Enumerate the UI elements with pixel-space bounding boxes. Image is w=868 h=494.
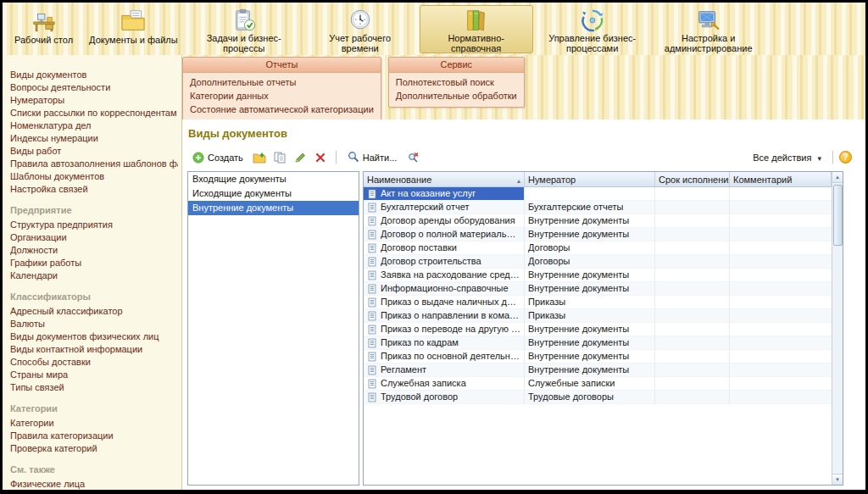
submenu-link[interactable]: Состояние автоматической категоризации <box>183 103 381 116</box>
column-header[interactable]: Срок исполнения <box>655 172 730 186</box>
sidebar-link[interactable]: Настройка связей <box>10 183 178 196</box>
sidebar-link[interactable]: Физические лица <box>10 478 178 490</box>
sidebar-link[interactable]: Индексы нумерации <box>10 132 178 145</box>
document-type-name: Договор поставки <box>381 241 457 254</box>
column-header[interactable]: Комментарий <box>730 172 832 186</box>
sidebar-link[interactable]: Правила категоризации <box>10 430 178 442</box>
table-row[interactable]: Приказ о выдаче наличных денежны...Прика… <box>364 296 832 309</box>
group-item[interactable]: Исходящие документы <box>188 186 359 201</box>
sidebar-link[interactable]: Номенклатура дел <box>10 119 178 132</box>
sidebar-link[interactable]: Категории <box>10 417 178 430</box>
numerator-cell: Внутренние документы <box>525 364 655 377</box>
sidebar-link[interactable]: Организации <box>10 231 178 244</box>
due-date-cell <box>655 350 730 364</box>
name-cell: Приказ о выдаче наличных денежны... <box>364 296 525 309</box>
submenu-panel-service: СервисПолнотекстовый поискДополнительные… <box>388 57 525 108</box>
sidebar-link[interactable]: Типы связей <box>10 381 178 394</box>
clear-search-button[interactable] <box>404 149 422 165</box>
column-header[interactable]: Нумератор <box>525 172 655 186</box>
sidebar-link[interactable]: Страны мира <box>10 369 178 381</box>
document-icon <box>367 284 377 294</box>
toolbar-item-administration[interactable]: Настройка и администрирование <box>652 5 765 53</box>
delete-button[interactable] <box>312 149 330 165</box>
sidebar-link[interactable]: Правила автозаполнения шаблонов фай... <box>10 158 178 170</box>
sidebar-link[interactable]: Нумераторы <box>10 94 178 107</box>
sidebar-link[interactable]: Адресный классификатор <box>10 305 178 318</box>
name-cell: Приказ по основной деятельности <box>364 350 525 364</box>
toolbar-item-reference-info[interactable]: Нормативно-справочная информация <box>420 5 533 53</box>
sidebar-link[interactable]: Виды контактной информации <box>10 343 178 356</box>
name-cell: Трудовой договор <box>364 391 525 404</box>
table-row[interactable]: Приказ о направлении в командиро...Прика… <box>364 309 832 323</box>
table-row[interactable]: Трудовой договорТрудовые договоры <box>364 391 832 404</box>
app-window: Рабочий столДокументы и файлыЗадачи и би… <box>3 3 865 490</box>
table-row[interactable]: Приказ по кадрамВнутренние документы <box>364 336 832 350</box>
sidebar-link[interactable]: Виды документов физических лиц <box>10 330 178 343</box>
toolbar-item-time-tracking[interactable]: Учет рабочего времени <box>303 5 417 53</box>
table-row[interactable]: Приказ по основной деятельностиВнутренни… <box>364 350 832 364</box>
document-type-name: Договор аренды оборудования <box>381 214 515 227</box>
sidebar-section-title: Классификаторы <box>10 291 178 302</box>
edit-button[interactable] <box>292 149 309 165</box>
table-row[interactable]: Информационно-справочныеВнутренние докум… <box>364 282 832 296</box>
table-row[interactable]: Приказ о переводе на другую должн...Внут… <box>364 323 832 336</box>
table-row[interactable]: Договор строительстваДоговоры <box>364 255 832 269</box>
list-panes: Входящие документыИсходящие документыВну… <box>187 171 843 487</box>
sidebar-link[interactable]: Способы доставки <box>10 356 178 369</box>
copy-button[interactable] <box>271 149 289 165</box>
table-row[interactable]: Заявка на расходование средствВнутренние… <box>364 269 832 282</box>
sidebar-link[interactable]: Шаблоны документов <box>10 170 178 183</box>
group-item[interactable]: Внутренние документы <box>188 201 359 215</box>
sidebar: Виды документовВопросы деятельностиНумер… <box>3 55 182 490</box>
sidebar-link[interactable]: Валюты <box>10 318 178 330</box>
sidebar-link[interactable]: Виды документов <box>10 69 178 81</box>
numerator-cell: Приказы <box>525 309 655 323</box>
sidebar-link[interactable]: Виды работ <box>10 145 178 158</box>
scrollbar-thumb[interactable] <box>833 185 843 246</box>
submenu-link[interactable]: Категории данных <box>183 89 381 103</box>
document-icon <box>367 270 377 280</box>
table-row[interactable]: Служебная запискаСлужебные записки <box>364 377 832 391</box>
all-actions-button[interactable]: Все действия <box>748 150 826 165</box>
toolbar-item-documents-files[interactable]: Документы и файлы <box>82 5 185 53</box>
document-type-name: Приказ по основной деятельности <box>381 350 520 363</box>
name-cell: Регламент <box>364 364 525 377</box>
sidebar-link[interactable]: Структура предприятия <box>10 219 178 231</box>
document-icon <box>367 297 377 308</box>
numerator-cell: Договоры <box>525 241 655 255</box>
scroll-up-icon[interactable] <box>832 172 843 183</box>
document-icon <box>367 216 377 226</box>
sidebar-link[interactable]: Вопросы деятельности <box>10 81 178 94</box>
submenu-link[interactable]: Дополнительные отчеты <box>183 75 381 89</box>
toolbar-item-tasks-processes[interactable]: Задачи и бизнес-процессы <box>187 5 301 53</box>
table-row[interactable]: Договор поставкиДоговоры <box>364 241 832 255</box>
scroll-down-icon[interactable] <box>832 474 843 485</box>
create-button[interactable]: Создать <box>187 142 248 174</box>
group-item[interactable]: Входящие документы <box>188 172 359 186</box>
tasks-check-icon <box>231 8 257 33</box>
sidebar-link[interactable]: Проверка категорий <box>10 442 178 455</box>
table-row[interactable]: Бухгалтерский отчетБухгалтерские отчеты <box>364 201 832 214</box>
workspace: Виды документов Создать Найти... <box>182 119 865 490</box>
find-button[interactable]: Найти... <box>342 148 403 167</box>
toolbar-item-process-management[interactable]: Управление бизнес-процессами <box>536 5 649 53</box>
submenu-link[interactable]: Полнотекстовый поиск <box>389 75 524 89</box>
sidebar-link[interactable]: Списки рассылки по корреспондентам <box>10 107 178 119</box>
sidebar-link[interactable]: Календари <box>10 269 178 282</box>
column-header[interactable]: Наименование <box>364 172 525 186</box>
document-type-name: Заявка на расходование средств <box>381 269 520 281</box>
submenu-link[interactable]: Дополнительные обработки <box>389 89 524 103</box>
table-row[interactable]: Акт на оказание услуг <box>364 187 832 201</box>
table-row[interactable]: РегламентВнутренние документы <box>364 364 832 377</box>
due-date-cell <box>655 336 730 350</box>
sidebar-link[interactable]: Должности <box>10 244 178 257</box>
toolbar-item-desktop[interactable]: Рабочий стол <box>8 5 80 53</box>
numerator-value: Служебные записки <box>528 377 615 390</box>
table-row[interactable]: Договор аренды оборудованияВнутренние до… <box>364 214 832 228</box>
numerator-cell: Внутренние документы <box>525 336 655 350</box>
vertical-scrollbar[interactable] <box>832 172 843 485</box>
sidebar-link[interactable]: Графики работы <box>10 257 178 269</box>
help-button[interactable]: ? <box>839 151 852 164</box>
create-group-button[interactable] <box>251 149 269 165</box>
table-row[interactable]: Договор о полной материальной отв...Внут… <box>364 228 832 241</box>
